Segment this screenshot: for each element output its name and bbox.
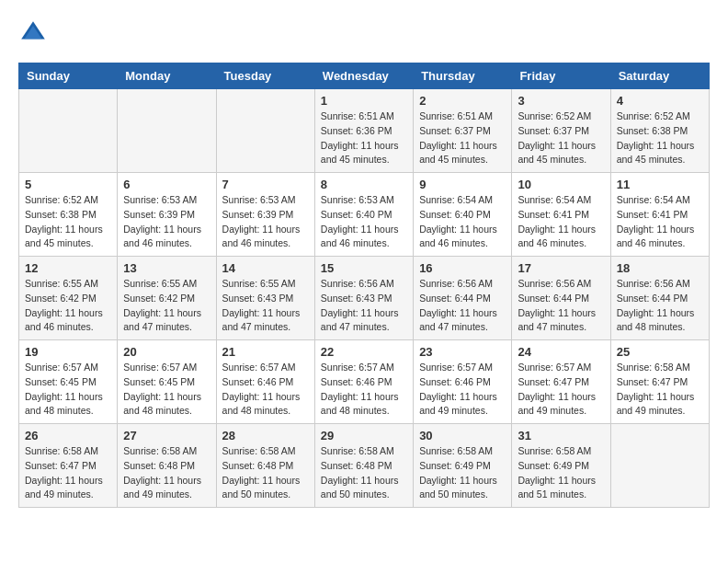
calendar-cell: 12Sunrise: 6:55 AMSunset: 6:42 PMDayligh… [19,257,118,340]
day-info: Sunrise: 6:53 AMSunset: 6:39 PMDaylight:… [222,193,309,251]
day-number: 4 [617,94,703,108]
logo [18,18,51,48]
day-number: 5 [25,178,111,191]
day-info: Sunrise: 6:57 AMSunset: 6:45 PMDaylight:… [25,361,111,419]
day-info: Sunrise: 6:58 AMSunset: 6:49 PMDaylight:… [419,444,506,502]
day-number: 6 [123,178,210,191]
calendar-cell: 13Sunrise: 6:55 AMSunset: 6:42 PMDayligh… [118,257,216,340]
calendar-cell: 6Sunrise: 6:53 AMSunset: 6:39 PMDaylight… [118,173,216,257]
day-number: 19 [25,345,111,359]
calendar-cell: 14Sunrise: 6:55 AMSunset: 6:43 PMDayligh… [216,257,314,340]
day-number: 8 [321,178,407,191]
day-info: Sunrise: 6:54 AMSunset: 6:41 PMDaylight:… [518,193,604,251]
day-number: 15 [321,261,407,275]
calendar-cell: 20Sunrise: 6:57 AMSunset: 6:45 PMDayligh… [118,340,216,424]
calendar-week-row: 5Sunrise: 6:52 AMSunset: 6:38 PMDaylight… [19,173,710,257]
day-number: 14 [222,261,309,275]
day-number: 17 [518,261,604,275]
calendar-cell: 22Sunrise: 6:57 AMSunset: 6:46 PMDayligh… [314,340,413,424]
calendar-cell: 23Sunrise: 6:57 AMSunset: 6:46 PMDayligh… [414,340,512,424]
calendar-header: SundayMondayTuesdayWednesdayThursdayFrid… [19,63,710,89]
day-of-week-header: Thursday [414,63,512,89]
calendar-cell [118,89,216,173]
day-info: Sunrise: 6:58 AMSunset: 6:47 PMDaylight:… [25,444,111,502]
calendar-cell: 21Sunrise: 6:57 AMSunset: 6:46 PMDayligh… [216,340,314,424]
day-info: Sunrise: 6:51 AMSunset: 6:37 PMDaylight:… [419,109,506,167]
calendar-cell: 29Sunrise: 6:58 AMSunset: 6:48 PMDayligh… [314,424,413,508]
calendar-cell [19,89,118,173]
calendar-cell: 3Sunrise: 6:52 AMSunset: 6:37 PMDaylight… [512,89,610,173]
calendar-cell: 17Sunrise: 6:56 AMSunset: 6:44 PMDayligh… [512,257,610,340]
calendar-cell: 31Sunrise: 6:58 AMSunset: 6:49 PMDayligh… [512,424,610,508]
day-number: 24 [518,345,604,359]
day-of-week-header: Saturday [610,63,709,89]
calendar-cell: 30Sunrise: 6:58 AMSunset: 6:49 PMDayligh… [414,424,512,508]
calendar-cell: 10Sunrise: 6:54 AMSunset: 6:41 PMDayligh… [512,173,610,257]
day-of-week-header: Sunday [19,63,118,89]
day-info: Sunrise: 6:58 AMSunset: 6:48 PMDaylight:… [321,444,407,502]
calendar-cell: 28Sunrise: 6:58 AMSunset: 6:48 PMDayligh… [216,424,314,508]
day-info: Sunrise: 6:57 AMSunset: 6:46 PMDaylight:… [419,361,506,419]
calendar-cell: 19Sunrise: 6:57 AMSunset: 6:45 PMDayligh… [19,340,118,424]
calendar-week-row: 12Sunrise: 6:55 AMSunset: 6:42 PMDayligh… [19,257,710,340]
day-number: 31 [518,429,604,442]
calendar-cell: 2Sunrise: 6:51 AMSunset: 6:37 PMDaylight… [414,89,512,173]
day-number: 7 [222,178,309,191]
day-number: 21 [222,345,309,359]
calendar-cell: 15Sunrise: 6:56 AMSunset: 6:43 PMDayligh… [314,257,413,340]
calendar-week-row: 1Sunrise: 6:51 AMSunset: 6:36 PMDaylight… [19,89,710,173]
calendar-cell [610,424,709,508]
day-info: Sunrise: 6:54 AMSunset: 6:41 PMDaylight:… [617,193,703,251]
day-number: 1 [321,94,407,108]
day-info: Sunrise: 6:58 AMSunset: 6:49 PMDaylight:… [518,444,604,502]
day-number: 27 [123,429,210,442]
day-number: 26 [25,429,111,442]
calendar-cell: 7Sunrise: 6:53 AMSunset: 6:39 PMDaylight… [216,173,314,257]
day-info: Sunrise: 6:57 AMSunset: 6:46 PMDaylight:… [222,361,309,419]
calendar-body: 1Sunrise: 6:51 AMSunset: 6:36 PMDaylight… [19,89,710,508]
day-info: Sunrise: 6:56 AMSunset: 6:44 PMDaylight:… [617,277,703,335]
day-number: 2 [419,94,506,108]
day-number: 28 [222,429,309,442]
calendar-week-row: 19Sunrise: 6:57 AMSunset: 6:45 PMDayligh… [19,340,710,424]
calendar-cell: 26Sunrise: 6:58 AMSunset: 6:47 PMDayligh… [19,424,118,508]
calendar-cell: 9Sunrise: 6:54 AMSunset: 6:40 PMDaylight… [414,173,512,257]
day-number: 13 [123,261,210,275]
day-info: Sunrise: 6:58 AMSunset: 6:48 PMDaylight:… [123,444,210,502]
day-info: Sunrise: 6:53 AMSunset: 6:40 PMDaylight:… [321,193,407,251]
day-number: 22 [321,345,407,359]
day-number: 18 [617,261,703,275]
calendar-table: SundayMondayTuesdayWednesdayThursdayFrid… [18,63,710,508]
day-of-week-header: Tuesday [216,63,314,89]
day-number: 3 [518,94,604,108]
logo-icon [18,18,48,48]
day-info: Sunrise: 6:58 AMSunset: 6:48 PMDaylight:… [222,444,309,502]
day-of-week-header: Wednesday [314,63,413,89]
day-number: 11 [617,178,703,191]
calendar-cell: 8Sunrise: 6:53 AMSunset: 6:40 PMDaylight… [314,173,413,257]
day-info: Sunrise: 6:52 AMSunset: 6:38 PMDaylight:… [617,109,703,167]
calendar-cell: 11Sunrise: 6:54 AMSunset: 6:41 PMDayligh… [610,173,709,257]
day-number: 25 [617,345,703,359]
day-number: 16 [419,261,506,275]
day-info: Sunrise: 6:52 AMSunset: 6:37 PMDaylight:… [518,109,604,167]
day-number: 20 [123,345,210,359]
calendar-cell: 16Sunrise: 6:56 AMSunset: 6:44 PMDayligh… [414,257,512,340]
page-header [18,18,710,48]
calendar-cell: 4Sunrise: 6:52 AMSunset: 6:38 PMDaylight… [610,89,709,173]
day-info: Sunrise: 6:55 AMSunset: 6:42 PMDaylight:… [123,277,210,335]
day-info: Sunrise: 6:57 AMSunset: 6:47 PMDaylight:… [518,361,604,419]
day-info: Sunrise: 6:56 AMSunset: 6:44 PMDaylight:… [419,277,506,335]
day-of-week-header: Friday [512,63,610,89]
day-of-week-header: Monday [118,63,216,89]
day-info: Sunrise: 6:56 AMSunset: 6:43 PMDaylight:… [321,277,407,335]
day-info: Sunrise: 6:54 AMSunset: 6:40 PMDaylight:… [419,193,506,251]
day-number: 30 [419,429,506,442]
calendar-cell [216,89,314,173]
calendar-cell: 5Sunrise: 6:52 AMSunset: 6:38 PMDaylight… [19,173,118,257]
day-number: 10 [518,178,604,191]
day-number: 29 [321,429,407,442]
day-number: 23 [419,345,506,359]
calendar-cell: 24Sunrise: 6:57 AMSunset: 6:47 PMDayligh… [512,340,610,424]
header-row: SundayMondayTuesdayWednesdayThursdayFrid… [19,63,710,89]
